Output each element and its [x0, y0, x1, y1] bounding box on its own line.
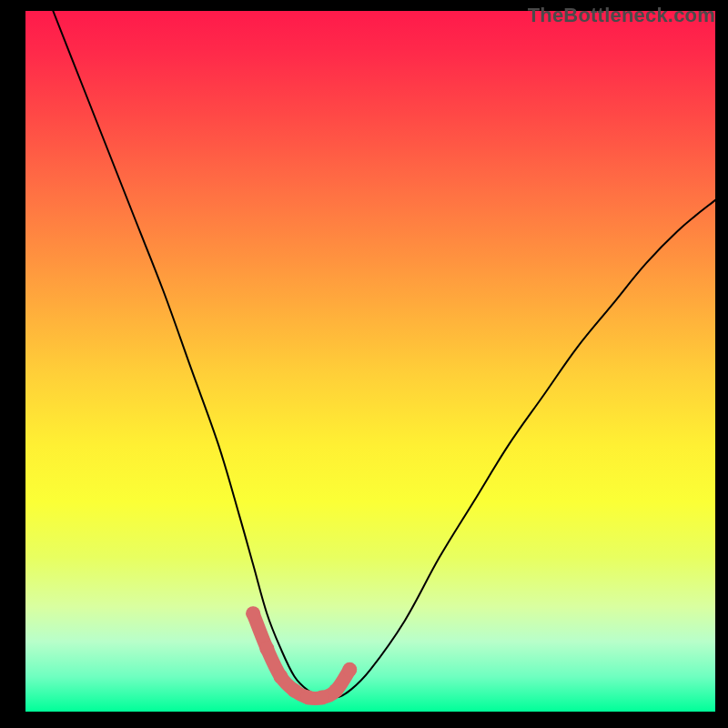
chart-frame: TheBottleneck.com [0, 0, 728, 728]
watermark-text: TheBottleneck.com [528, 4, 715, 27]
plot-area [25, 11, 715, 712]
